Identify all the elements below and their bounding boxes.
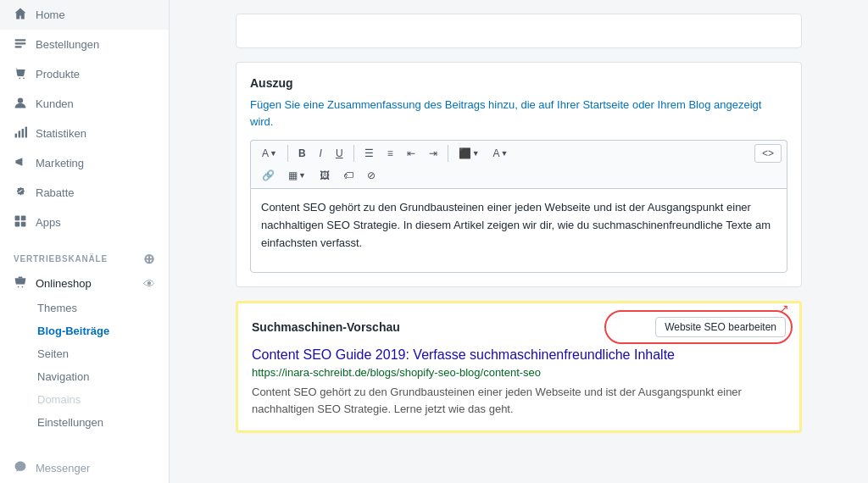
nav-rabatte[interactable]: Rabatte	[0, 178, 169, 208]
rte-toolbar: A ▼ B I U ☰ ≡ ⇤ ⇥ ⬛ ▼ A ▼ <> 🔗	[250, 140, 787, 188]
sidebar-item-domains: Domains	[0, 388, 169, 411]
rte-block-btn[interactable]: ⊘	[361, 166, 381, 185]
auszug-card: Auszug Fügen Sie eine Zusammenfassung de…	[236, 62, 802, 287]
add-channel-icon[interactable]: ⊕	[143, 251, 155, 267]
top-text-input[interactable]	[247, 25, 791, 37]
customers-icon	[14, 96, 27, 112]
seo-description: Content SEO gehört zu den Grundbausteine…	[252, 384, 786, 417]
svg-rect-17	[21, 222, 26, 227]
nav-statistiken[interactable]: Statistiken	[0, 119, 169, 148]
auszug-description: Fügen Sie eine Zusammenfassung des Beitr…	[250, 97, 787, 130]
seo-card-title: Suchmaschinen-Vorschau	[252, 320, 400, 334]
marketing-icon	[14, 155, 27, 171]
discounts-icon	[14, 185, 27, 201]
auszug-title: Auszug	[250, 76, 787, 90]
seo-url: https://inara-schreibt.de/blogs/shopify-…	[252, 366, 786, 379]
rte-bold-btn[interactable]: B	[292, 144, 312, 163]
main-content: Auszug Fügen Sie eine Zusammenfassung de…	[170, 0, 868, 483]
rte-link-btn[interactable]: 🔗	[256, 166, 281, 185]
rte-font-size-btn[interactable]: A ▼	[256, 144, 283, 163]
stats-icon	[14, 125, 27, 142]
rte-underline-btn[interactable]: U	[330, 144, 349, 163]
svg-rect-8	[22, 129, 24, 137]
svg-rect-14	[15, 216, 20, 221]
svg-point-12	[19, 192, 20, 194]
rte-color-btn[interactable]: A ▼	[487, 144, 515, 163]
eye-icon[interactable]: 👁	[143, 277, 155, 291]
apps-icon	[14, 214, 27, 230]
seo-preview-card: Suchmaschinen-Vorschau Website SEO bearb…	[236, 301, 802, 433]
rte-tag-btn[interactable]: 🏷	[337, 166, 359, 185]
svg-rect-0	[15, 39, 26, 41]
rte-content-area[interactable]: Content SEO gehört zu den Grundbausteine…	[250, 188, 787, 273]
nav-kunden[interactable]: Kunden	[0, 89, 169, 119]
rte-sep-1	[287, 145, 288, 162]
onlineshop-icon	[14, 275, 27, 291]
rte-indent-right-btn[interactable]: ⇥	[423, 144, 443, 163]
seo-link-title[interactable]: Content SEO Guide 2019: Verfasse suchmas…	[252, 347, 786, 363]
seo-edit-btn-wrapper: Website SEO bearbeiten	[655, 317, 786, 337]
rte-indent-left-btn[interactable]: ⇤	[401, 144, 421, 163]
svg-point-5	[18, 97, 23, 103]
seo-edit-button[interactable]: Website SEO bearbeiten	[655, 317, 786, 337]
sidebar-item-onlineshop[interactable]: Onlineshop 👁	[0, 270, 169, 297]
sidebar-item-seiten[interactable]: Seiten	[0, 342, 169, 365]
nav-marketing[interactable]: Marketing	[0, 148, 169, 178]
sidebar: Home Bestellungen Produkte Kunden Statis…	[0, 0, 170, 483]
svg-rect-6	[15, 134, 17, 138]
svg-rect-2	[15, 46, 22, 47]
svg-point-18	[18, 286, 19, 288]
orders-icon	[14, 36, 27, 53]
sidebar-item-einstellungen[interactable]: Einstellungen	[0, 411, 169, 434]
home-icon	[14, 7, 27, 23]
rte-list-ol-btn[interactable]: ≡	[381, 144, 399, 163]
rte-sep-3	[448, 145, 448, 162]
sidebar-item-blog-beitraege[interactable]: Blog-Beiträge	[0, 319, 169, 342]
top-input-area	[236, 14, 802, 48]
svg-rect-9	[25, 127, 27, 138]
svg-rect-7	[19, 130, 20, 137]
rte-code-btn[interactable]: <>	[754, 144, 782, 163]
rte-image-btn[interactable]: 🖼	[314, 166, 336, 185]
nav-bestellungen[interactable]: Bestellungen	[0, 30, 169, 59]
nav-home[interactable]: Home	[0, 0, 169, 30]
svg-rect-1	[15, 42, 26, 44]
products-icon	[14, 66, 27, 82]
sidebar-item-navigation[interactable]: Navigation	[0, 365, 169, 388]
rte-table-btn[interactable]: ▦ ▼	[282, 166, 312, 185]
seo-card-header: Suchmaschinen-Vorschau Website SEO bearb…	[252, 317, 786, 337]
rte-sep-2	[353, 145, 354, 162]
vertriebskanaele-section: VERTRIEBSKANÄLE ⊕	[0, 237, 169, 270]
nav-apps[interactable]: Apps	[0, 208, 169, 237]
svg-point-19	[22, 286, 24, 288]
rte-align-btn[interactable]: ⬛ ▼	[453, 144, 486, 163]
rte-list-ul-btn[interactable]: ☰	[359, 144, 380, 163]
sidebar-item-messenger[interactable]: Messenger	[0, 453, 169, 483]
svg-point-4	[23, 78, 25, 80]
svg-rect-16	[15, 222, 20, 227]
svg-rect-15	[21, 216, 26, 221]
nav-produkte[interactable]: Produkte	[0, 59, 169, 89]
svg-point-3	[19, 78, 20, 80]
messenger-icon	[14, 460, 27, 476]
svg-point-13	[21, 189, 23, 191]
rte-italic-btn[interactable]: I	[314, 144, 328, 163]
sidebar-item-themes[interactable]: Themes	[0, 297, 169, 319]
